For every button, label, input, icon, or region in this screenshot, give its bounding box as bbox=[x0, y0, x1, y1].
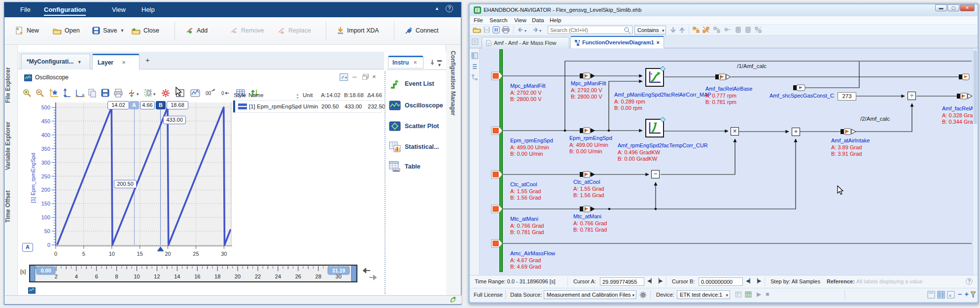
data-source-settings-icon[interactable] bbox=[639, 291, 647, 299]
input-port[interactable] bbox=[491, 205, 503, 213]
legend-header-unit[interactable]: Unit bbox=[303, 92, 313, 98]
data-source-select[interactable]: Measurement and Calibration Files bbox=[544, 290, 636, 299]
add-block[interactable]: + bbox=[792, 128, 800, 136]
maximize-button[interactable]: ▢ bbox=[947, 4, 959, 11]
sidebar-item-file-explorer[interactable]: File Explorer bbox=[4, 61, 18, 110]
cursor-to-max-icon[interactable]: 00 bbox=[205, 88, 217, 98]
function-diagram-canvas[interactable]: × − + ÷ 273 /1/Amf_calc /2/Amf_calc Mpc_… bbox=[480, 48, 973, 278]
open-button[interactable]: Open bbox=[50, 23, 83, 38]
time-range-slider[interactable]: 246810121416182022242628300.0031.19 bbox=[29, 265, 357, 282]
tab-caret-icon[interactable]: ▼ bbox=[77, 60, 82, 65]
fit-vertical-icon[interactable] bbox=[62, 88, 72, 98]
save-icon[interactable] bbox=[483, 26, 490, 34]
legend-header-delta[interactable]: Δ4.66 bbox=[367, 92, 382, 98]
legend-header-cursor-b[interactable]: B:18.68 bbox=[344, 92, 364, 98]
cursor-a-badge[interactable]: A bbox=[129, 101, 139, 109]
tab-layer[interactable]: Layer × bbox=[92, 54, 140, 69]
panel-menu-caret-icon[interactable]: ▬▼ bbox=[437, 58, 442, 68]
arrow-down-icon[interactable] bbox=[670, 27, 676, 34]
signal-marker[interactable] bbox=[580, 205, 595, 212]
tab-list-icon[interactable] bbox=[472, 38, 478, 45]
copy-icon[interactable] bbox=[87, 88, 98, 98]
remove-button[interactable]: Remove bbox=[227, 23, 267, 38]
diagram-link-icons[interactable] bbox=[693, 26, 767, 34]
multiply-block[interactable]: × bbox=[731, 127, 739, 136]
arrow-up-icon[interactable] bbox=[679, 27, 685, 34]
layout-panels-icon[interactable]: ▾ bbox=[143, 88, 158, 98]
cursor-a-input[interactable] bbox=[600, 277, 644, 286]
signal-marker[interactable] bbox=[580, 72, 595, 79]
input-port[interactable] bbox=[491, 126, 503, 135]
forward-icon[interactable]: ▾ bbox=[532, 27, 545, 33]
curve-block[interactable] bbox=[645, 119, 664, 137]
zoom-out-button[interactable]: − bbox=[958, 290, 962, 298]
menu-help[interactable]: Help bbox=[550, 17, 561, 23]
open-icon[interactable] bbox=[473, 26, 481, 34]
print-icon[interactable] bbox=[113, 88, 125, 98]
legend-header-name[interactable]: Name bbox=[248, 92, 264, 98]
settings-gear-icon[interactable] bbox=[161, 88, 173, 98]
zoom-level-icon[interactable] bbox=[970, 291, 977, 299]
close-button[interactable]: ✕ bbox=[960, 4, 975, 11]
minimize-button[interactable]: ▬ bbox=[935, 4, 947, 11]
slider-scroll-arrows[interactable] bbox=[360, 267, 381, 281]
signal-marker[interactable] bbox=[580, 127, 595, 134]
panel-close-icon[interactable]: × bbox=[372, 73, 376, 80]
input-port[interactable] bbox=[491, 239, 503, 248]
contains-select[interactable]: Contains bbox=[634, 26, 666, 34]
device-table-icon[interactable] bbox=[745, 291, 752, 298]
help-icon[interactable]: ? bbox=[446, 5, 453, 12]
sidebar-tree-icon[interactable] bbox=[471, 63, 478, 70]
tab-myconfiguration[interactable]: *MyConfigurati... ▼ bbox=[21, 54, 90, 69]
instrument-oscilloscope[interactable]: Oscilloscope bbox=[389, 97, 444, 114]
sidebar-item-time-offset[interactable]: Time Offset bbox=[4, 182, 18, 231]
tab-close-icon[interactable]: × bbox=[657, 37, 660, 48]
edge-signal-marker[interactable] bbox=[959, 73, 973, 80]
add-button[interactable]: Add bbox=[183, 23, 210, 38]
panel-splitter[interactable] bbox=[385, 71, 385, 294]
pin-icon[interactable] bbox=[429, 59, 435, 66]
zoom-out-icon[interactable] bbox=[35, 88, 46, 98]
layout-single-icon[interactable] bbox=[927, 291, 935, 299]
signal-marker[interactable] bbox=[580, 171, 595, 178]
save-image-icon[interactable] bbox=[101, 88, 111, 98]
save-button[interactable]: Save▼ bbox=[89, 23, 127, 38]
menu-data[interactable]: Data bbox=[532, 17, 544, 23]
play-icon[interactable]: ▶ bbox=[757, 291, 761, 298]
panel-float-icon[interactable] bbox=[362, 74, 369, 80]
layout-tabbed-icon[interactable]: a bbox=[947, 291, 955, 299]
menu-file[interactable]: File bbox=[17, 2, 34, 17]
legend-header-cursor-a[interactable]: A:14.02 bbox=[321, 92, 341, 98]
cursor-b-time-chip[interactable]: 18.68 bbox=[167, 101, 188, 109]
sidebar-structure-icon[interactable] bbox=[471, 74, 478, 81]
constant-box[interactable]: 273 bbox=[838, 92, 856, 101]
tab-close-icon[interactable]: × bbox=[122, 59, 125, 66]
map-block[interactable] bbox=[645, 68, 664, 87]
tab-air-mass-flow[interactable]: Amf - Amf - Air Mass Flow bbox=[482, 37, 569, 48]
legend-row[interactable]: [1] Epm_rpmEngSpd U/min 200.50 433.00 23… bbox=[233, 100, 382, 113]
signal-style-icon[interactable]: ▾ bbox=[128, 88, 141, 98]
stop-icon[interactable]: ■ bbox=[766, 291, 769, 298]
tab-function-overview-diagram[interactable]: FunctionOverviewDiagram1 × bbox=[570, 36, 664, 48]
oscilloscope-view-icon[interactable] bbox=[189, 88, 202, 98]
tab-instruments[interactable]: Instru × bbox=[388, 56, 423, 68]
zoom-in-button[interactable]: + bbox=[965, 290, 969, 298]
import-xda-button[interactable]: Import XDA bbox=[334, 23, 382, 38]
divide-block[interactable]: ÷ bbox=[908, 92, 916, 100]
cursor-b-badge[interactable]: B bbox=[156, 101, 166, 109]
sidebar-panel-icon[interactable] bbox=[471, 52, 478, 59]
sidebar-item-configuration-manager[interactable]: Configuration Manager bbox=[450, 51, 456, 115]
replace-button[interactable]: Replace bbox=[275, 23, 314, 38]
cursor-to-zero-icon[interactable]: 0 bbox=[219, 88, 232, 98]
save-caret-icon[interactable]: ▼ bbox=[120, 28, 125, 33]
input-port[interactable] bbox=[491, 170, 503, 179]
layout-split-icon[interactable] bbox=[937, 291, 945, 299]
sort-icon[interactable]: ▲▼ bbox=[296, 93, 299, 100]
panel-minimize-icon[interactable]: ─ bbox=[352, 73, 357, 80]
instrument-event-list[interactable]: Event List bbox=[389, 75, 444, 92]
cursor-a-axis-chip[interactable]: A bbox=[22, 243, 33, 252]
back-icon[interactable]: ▾ bbox=[517, 27, 530, 33]
legend-header-style[interactable]: Style bbox=[234, 92, 246, 98]
cursor-a-time-chip[interactable]: 14.02 bbox=[107, 101, 129, 109]
subtract-block[interactable]: − bbox=[651, 170, 660, 178]
